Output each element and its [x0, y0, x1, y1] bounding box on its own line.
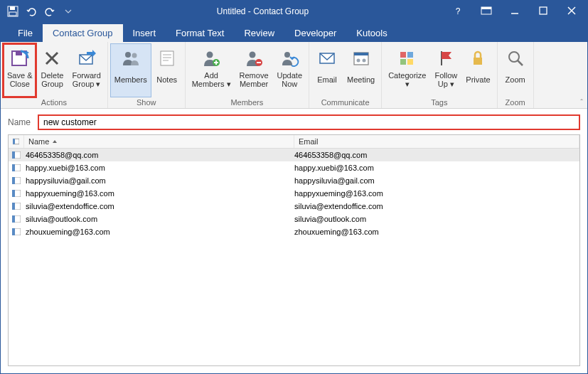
- svg-rect-48: [12, 177, 15, 184]
- help-icon[interactable]: ?: [449, 6, 466, 16]
- update-now-icon: [278, 47, 301, 70]
- tab-review[interactable]: Review: [234, 24, 284, 42]
- svg-point-32: [362, 59, 365, 63]
- svg-point-39: [509, 52, 519, 62]
- cell-email: 464653358@qq.com: [294, 151, 579, 159]
- ribbon-group-label: Members: [188, 97, 306, 108]
- redo-icon[interactable]: [42, 4, 58, 19]
- name-label: Name: [8, 117, 31, 127]
- notes-button[interactable]: Notes: [151, 43, 183, 97]
- tab-file[interactable]: File: [8, 24, 43, 42]
- svg-point-31: [356, 59, 360, 63]
- forward-group-button[interactable]: Forward Group ▾: [68, 43, 105, 97]
- table-row[interactable]: 464653358@qq.com464653358@qq.com: [9, 149, 579, 161]
- members-button[interactable]: Members: [110, 43, 151, 97]
- ribbon: Save & Close Delete Group Forward Group …: [1, 42, 587, 109]
- undo-icon[interactable]: [23, 4, 39, 19]
- ribbon-group-tags: Categorize ▾ Follow Up ▾ Private Tags: [382, 42, 497, 108]
- svg-point-15: [132, 53, 137, 58]
- lock-icon: [466, 47, 489, 70]
- svg-point-24: [250, 52, 256, 58]
- tab-developer[interactable]: Developer: [284, 24, 346, 42]
- members-table: Name Email 464653358@qq.com464653358@qq.…: [8, 134, 580, 366]
- table-row[interactable]: happy.xuebi@163.comhappy.xuebi@163.com: [9, 161, 579, 174]
- remove-member-button[interactable]: Remove Member: [235, 43, 273, 97]
- forward-icon: [75, 47, 98, 70]
- private-button[interactable]: Private: [461, 43, 494, 97]
- add-members-button[interactable]: Add Members ▾: [188, 43, 235, 97]
- ribbon-display-icon[interactable]: [478, 6, 495, 17]
- close-icon[interactable]: [563, 6, 580, 17]
- window-title: Untitled - Contact Group: [76, 6, 449, 16]
- collapse-ribbon-icon[interactable]: ˆ: [580, 98, 583, 107]
- save-and-close-button[interactable]: Save & Close: [3, 43, 36, 97]
- ribbon-group-label: Zoom: [500, 97, 531, 108]
- table-row[interactable]: zhouxueming@163.comzhouxueming@163.com: [9, 225, 579, 238]
- cell-name: 464653358@qq.com: [24, 151, 294, 159]
- table-body: 464653358@qq.com464653358@qq.comhappy.xu…: [9, 149, 579, 238]
- svg-rect-56: [12, 228, 15, 235]
- tab-insert[interactable]: Insert: [123, 24, 166, 42]
- svg-rect-54: [12, 215, 15, 223]
- svg-rect-46: [12, 164, 15, 171]
- svg-rect-42: [13, 139, 15, 144]
- svg-rect-34: [407, 52, 413, 58]
- delete-group-button[interactable]: Delete Group: [36, 43, 68, 97]
- svg-point-20: [207, 52, 213, 58]
- table-header: Name Email: [9, 135, 579, 149]
- window-controls: ?: [449, 6, 587, 17]
- column-email[interactable]: Email: [294, 135, 579, 148]
- ribbon-group-communicate: Email Meeting Communicate: [309, 42, 382, 108]
- add-members-icon: [200, 47, 223, 70]
- save-close-icon: [9, 47, 31, 70]
- table-row[interactable]: siluvia@extendoffice.comsiluvia@extendof…: [9, 200, 579, 213]
- update-now-button[interactable]: Update Now: [273, 43, 306, 97]
- qat-customize-icon[interactable]: [60, 4, 76, 19]
- column-name[interactable]: Name: [24, 135, 294, 148]
- contact-card-icon: [9, 203, 24, 210]
- save-icon[interactable]: [5, 4, 21, 19]
- magnifier-icon: [504, 47, 527, 70]
- flag-icon: [434, 47, 457, 70]
- zoom-button[interactable]: Zoom: [500, 43, 531, 97]
- column-icon[interactable]: [9, 135, 24, 148]
- email-button[interactable]: Email: [311, 43, 343, 97]
- maximize-icon[interactable]: [535, 6, 552, 17]
- cell-email: happy.xuebi@163.com: [294, 164, 579, 172]
- follow-up-button[interactable]: Follow Up ▾: [430, 43, 461, 97]
- svg-rect-1: [10, 6, 15, 10]
- table-row[interactable]: happysiluvia@gail.comhappysiluvia@gail.c…: [9, 174, 579, 187]
- ribbon-group-members: Add Members ▾ Remove Member Update Now M…: [186, 42, 309, 108]
- members-icon: [119, 47, 142, 70]
- cell-email: siluvia@extendoffice.com: [294, 202, 579, 210]
- table-row[interactable]: happyxueming@163.comhappyxueming@163.com: [9, 187, 579, 200]
- svg-point-27: [284, 52, 290, 58]
- cell-email: happysiluvia@gail.com: [294, 176, 579, 185]
- cell-name: zhouxueming@163.com: [24, 228, 294, 236]
- cell-email: siluvia@outlook.com: [294, 215, 579, 223]
- contact-card-icon: [9, 177, 24, 184]
- svg-rect-6: [540, 7, 547, 14]
- tab-kutools[interactable]: Kutools: [346, 24, 397, 42]
- meeting-button[interactable]: Meeting: [343, 43, 379, 97]
- contact-card-icon: [9, 190, 24, 197]
- cell-name: happysiluvia@gail.com: [24, 176, 294, 185]
- app-window: Untitled - Contact Group ? File Contact …: [0, 0, 588, 374]
- ribbon-group-label: Actions: [3, 97, 105, 108]
- group-name-input[interactable]: [38, 114, 580, 130]
- svg-rect-2: [9, 12, 16, 16]
- name-row: Name: [1, 109, 587, 134]
- tab-format-text[interactable]: Format Text: [166, 24, 234, 42]
- contact-card-icon: [9, 164, 24, 171]
- ribbon-group-show: Members Notes Show: [108, 42, 186, 108]
- categorize-button[interactable]: Categorize ▾: [384, 43, 430, 97]
- ribbon-group-label: Show: [110, 97, 183, 108]
- contact-card-icon: [9, 151, 24, 159]
- svg-rect-38: [474, 58, 482, 65]
- delete-icon: [41, 47, 63, 70]
- table-row[interactable]: siluvia@outlook.comsiluvia@outlook.com: [9, 213, 579, 225]
- svg-rect-4: [481, 7, 491, 9]
- minimize-icon[interactable]: [506, 6, 523, 17]
- tab-contact-group[interactable]: Contact Group: [43, 24, 123, 42]
- cell-name: siluvia@extendoffice.com: [24, 202, 294, 210]
